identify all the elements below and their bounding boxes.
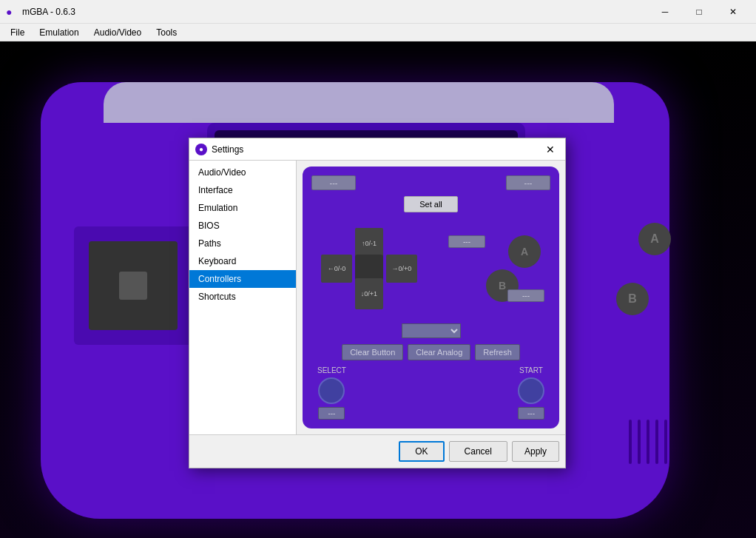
sidebar-item-shortcuts[interactable]: Shortcuts bbox=[189, 288, 296, 306]
app-icon: ● bbox=[6, 6, 18, 18]
b-mapping-button[interactable]: --- bbox=[448, 235, 485, 248]
ok-button[interactable]: OK bbox=[399, 441, 444, 462]
clear-analog-btn[interactable]: Clear Analog bbox=[408, 344, 470, 360]
dpad-left[interactable]: ←0/-0 bbox=[321, 255, 352, 283]
sidebar-item-paths[interactable]: Paths bbox=[189, 235, 296, 252]
controller-bottom: Clear Button Clear Analog Refresh SELECT… bbox=[311, 323, 550, 420]
titlebar: ● mGBA - 0.6.3 ─ □ ✕ bbox=[0, 0, 756, 24]
sidebar-item-interface[interactable]: Interface bbox=[189, 181, 296, 199]
action-buttons-row: Clear Button Clear Analog Refresh bbox=[342, 344, 520, 360]
dialog-footer: OK Cancel Apply bbox=[189, 434, 565, 468]
menu-tools[interactable]: Tools bbox=[149, 26, 184, 39]
menu-emulation[interactable]: Emulation bbox=[32, 26, 86, 39]
controller-dropdown[interactable] bbox=[402, 323, 461, 338]
sidebar-item-bios[interactable]: BIOS bbox=[189, 217, 296, 235]
dpad-right[interactable]: →0/+0 bbox=[386, 255, 417, 283]
ab-buttons: A B --- --- bbox=[448, 232, 544, 306]
right-shoulder-button[interactable]: --- bbox=[506, 175, 550, 190]
settings-dialog: ● Settings ✕ Audio/Video Interface Emula… bbox=[189, 138, 566, 468]
sidebar-item-controllers[interactable]: Controllers bbox=[189, 270, 296, 288]
window-controls: ─ □ ✕ bbox=[648, 0, 750, 24]
refresh-button[interactable]: Refresh bbox=[475, 344, 520, 360]
menu-file[interactable]: File bbox=[3, 26, 32, 39]
select-label: SELECT bbox=[317, 366, 346, 374]
app-title: mGBA - 0.6.3 bbox=[22, 7, 648, 17]
dialog-titlebar: ● Settings ✕ bbox=[189, 138, 565, 161]
dialog-icon: ● bbox=[195, 144, 207, 155]
sidebar-item-keyboard[interactable]: Keyboard bbox=[189, 252, 296, 270]
minimize-button[interactable]: ─ bbox=[648, 0, 682, 24]
dialog-title: Settings bbox=[212, 144, 541, 155]
shoulder-buttons-row: --- --- bbox=[311, 175, 550, 190]
dialog-body: Audio/Video Interface Emulation BIOS Pat… bbox=[189, 161, 565, 434]
menu-audiovideo[interactable]: Audio/Video bbox=[87, 26, 149, 39]
controller-dropdown-row bbox=[402, 323, 461, 338]
dpad: ↑0/-1 ←0/-0 →0/+0 ↓0/+1 bbox=[317, 224, 421, 313]
left-shoulder-button[interactable]: --- bbox=[311, 175, 356, 190]
sidebar-item-emulation[interactable]: Emulation bbox=[189, 199, 296, 217]
main-content: A B ● Settings ✕ Audio/Video Interface E… bbox=[0, 41, 756, 538]
start-circle bbox=[518, 377, 544, 404]
a-mapping-button[interactable]: --- bbox=[507, 289, 544, 302]
dpad-down[interactable]: ↓0/+1 bbox=[355, 278, 383, 309]
sidebar-item-audiovideo[interactable]: Audio/Video bbox=[189, 164, 296, 181]
cancel-button[interactable]: Cancel bbox=[449, 441, 507, 462]
menubar: File Emulation Audio/Video Tools bbox=[0, 24, 756, 41]
apply-button[interactable]: Apply bbox=[512, 441, 559, 462]
window-close-button[interactable]: ✕ bbox=[716, 0, 750, 24]
clear-button-btn[interactable]: Clear Button bbox=[342, 344, 403, 360]
settings-sidebar: Audio/Video Interface Emulation BIOS Pat… bbox=[189, 161, 297, 434]
start-area: START --- bbox=[518, 366, 544, 420]
a-button: A bbox=[508, 235, 541, 268]
select-circle bbox=[318, 377, 345, 404]
maximize-button[interactable]: □ bbox=[682, 0, 716, 24]
select-mapping-btn[interactable]: --- bbox=[318, 407, 345, 420]
controller-panel: --- --- Set all ↑0/-1 ←0/-0 bbox=[303, 167, 559, 428]
start-label: START bbox=[519, 366, 543, 374]
select-area: SELECT --- bbox=[317, 366, 346, 420]
controller-middle: ↑0/-1 ←0/-0 →0/+0 ↓0/+1 bbox=[311, 217, 550, 320]
set-all-button[interactable]: Set all bbox=[404, 196, 458, 212]
set-all-area: Set all bbox=[311, 196, 550, 212]
dialog-close-button[interactable]: ✕ bbox=[541, 142, 559, 157]
start-mapping-btn[interactable]: --- bbox=[518, 407, 544, 420]
select-start-row: SELECT --- START --- bbox=[311, 366, 550, 420]
